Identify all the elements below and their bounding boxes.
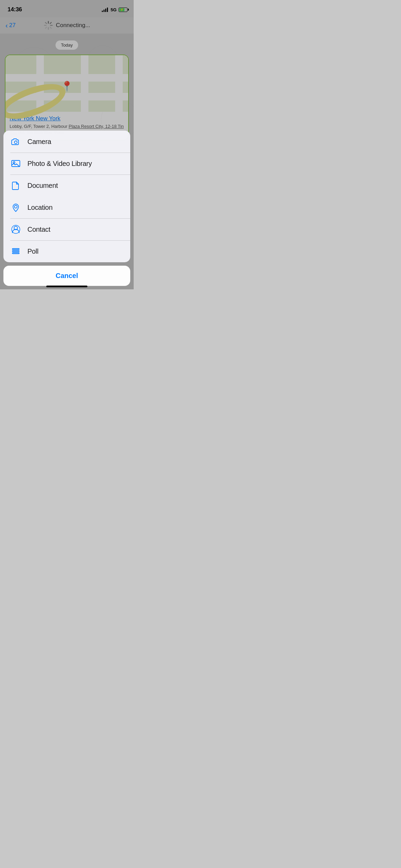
camera-menu-item[interactable]: Camera <box>3 131 130 153</box>
document-menu-item[interactable]: Document <box>3 174 130 196</box>
location-menu-item[interactable]: Location <box>3 196 130 218</box>
svg-point-16 <box>14 205 17 208</box>
photo-icon <box>10 158 21 169</box>
location-icon <box>10 202 21 213</box>
home-indicator <box>46 286 87 287</box>
document-label: Document <box>27 182 58 190</box>
document-icon <box>10 180 21 191</box>
contact-label: Contact <box>27 226 50 233</box>
photo-menu-item[interactable]: Photo & Video Library <box>3 153 130 174</box>
photo-label: Photo & Video Library <box>27 160 92 168</box>
svg-point-15 <box>13 162 15 164</box>
cancel-button[interactable]: Cancel <box>3 266 130 286</box>
camera-icon <box>10 136 21 147</box>
svg-point-13 <box>14 141 17 144</box>
bottom-sheet: Camera Photo & Video Library Document <box>0 131 134 289</box>
svg-rect-20 <box>12 251 19 252</box>
svg-rect-19 <box>12 249 19 250</box>
contact-icon <box>10 224 21 235</box>
sheet-menu: Camera Photo & Video Library Document <box>3 131 130 262</box>
svg-rect-21 <box>12 253 19 254</box>
contact-menu-item[interactable]: Contact <box>3 218 130 240</box>
camera-label: Camera <box>27 138 51 146</box>
poll-menu-item[interactable]: Poll <box>3 240 130 262</box>
poll-label: Poll <box>27 248 38 255</box>
poll-icon <box>10 246 21 257</box>
location-label: Location <box>27 204 52 212</box>
